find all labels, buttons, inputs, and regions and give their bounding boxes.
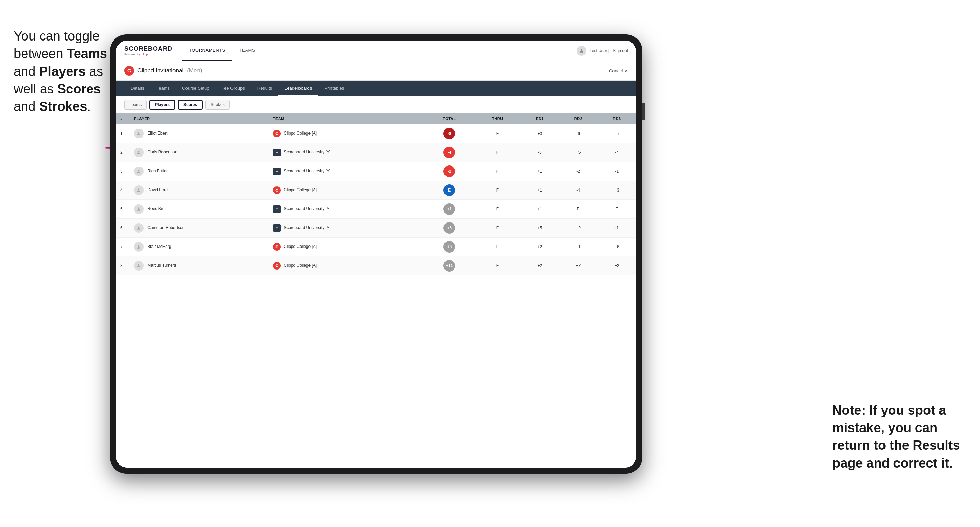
logo-area: SCOREBOARD Powered by clippd — [124, 45, 172, 56]
cell-rd3: -4 — [598, 143, 636, 162]
col-team: TEAM — [269, 113, 424, 124]
leaderboard-table: # PLAYER TEAM TOTAL THRU RD1 RD2 RD3 1 E — [116, 113, 636, 468]
cell-total: +1 — [424, 200, 475, 219]
subnav-course-setup[interactable]: Course Setup — [176, 81, 216, 97]
col-rd3: RD3 — [598, 113, 636, 124]
table-row: 7 Blair McHarg C Clippd College [A] +8 F… — [116, 238, 636, 256]
toggle-scores[interactable]: Scores — [178, 100, 203, 110]
cell-rd2: +2 — [559, 219, 598, 238]
team-logo: C — [273, 243, 281, 251]
tournament-title: C Clippd Invitational (Men) — [124, 66, 202, 76]
nav-tab-teams[interactable]: TEAMS — [232, 41, 262, 61]
cell-rd1: +3 — [520, 124, 559, 143]
svg-point-9 — [138, 264, 140, 266]
score-badge: E — [444, 184, 455, 196]
cell-rd2: -4 — [559, 181, 598, 200]
cell-player: Rees Britt — [130, 200, 269, 219]
team-logo: C — [273, 262, 281, 270]
nav-tab-tournaments[interactable]: TOURNAMENTS — [182, 41, 232, 61]
cell-rd2: +7 — [559, 256, 598, 275]
cell-rd2: -6 — [559, 124, 598, 143]
cell-rank: 1 — [116, 124, 130, 143]
cell-player: David Ford — [130, 181, 269, 200]
svg-point-4 — [138, 170, 140, 171]
tournament-name: Clippd Invitational — [137, 67, 183, 74]
cell-team: C Clippd College [A] — [269, 256, 424, 275]
toggle-players[interactable]: Players — [150, 100, 175, 110]
score-badge: -2 — [444, 165, 455, 177]
team-logo: ≡ — [273, 149, 281, 156]
cell-team: ≡ Scoreboard University [A] — [269, 219, 424, 238]
score-badge: +11 — [444, 260, 455, 271]
toggle-strokes[interactable]: Strokes — [205, 100, 230, 110]
player-avatar — [134, 242, 143, 252]
col-rd2: RD2 — [559, 113, 598, 124]
cell-rd1: +1 — [520, 200, 559, 219]
app-header: SCOREBOARD Powered by clippd TOURNAMENTS… — [116, 41, 636, 61]
cell-team: ≡ Scoreboard University [A] — [269, 162, 424, 181]
player-avatar — [134, 261, 143, 271]
cell-rank: 7 — [116, 238, 130, 256]
cell-total: -4 — [424, 143, 475, 162]
player-avatar — [134, 186, 143, 195]
cell-rd1: +1 — [520, 181, 559, 200]
score-badge: -4 — [444, 147, 455, 158]
header-right: Test User | Sign out — [577, 46, 628, 56]
cell-total: +8 — [424, 238, 475, 256]
cell-player: Blair McHarg — [130, 238, 269, 256]
col-rank: # — [116, 113, 130, 124]
left-annotation: You can toggle between Teams and Players… — [14, 27, 113, 115]
subnav-details[interactable]: Details — [124, 81, 150, 97]
subnav-tee-groups[interactable]: Tee Groups — [216, 81, 251, 97]
tablet-screen: SCOREBOARD Powered by clippd TOURNAMENTS… — [116, 41, 636, 468]
cancel-button[interactable]: Cancel ✕ — [609, 68, 628, 73]
players-table: # PLAYER TEAM TOTAL THRU RD1 RD2 RD3 1 E — [116, 113, 636, 275]
toggle-teams[interactable]: Teams — [124, 100, 147, 110]
cell-rank: 3 — [116, 162, 130, 181]
table-row: 6 Cameron Robertson ≡ Scoreboard Univers… — [116, 219, 636, 238]
tablet-side-button — [642, 103, 645, 120]
tournament-header: C Clippd Invitational (Men) Cancel ✕ — [116, 61, 636, 81]
tournament-logo: C — [124, 66, 134, 76]
cell-team: ≡ Scoreboard University [A] — [269, 200, 424, 219]
subnav-leaderboards[interactable]: Leaderboards — [278, 81, 318, 97]
player-avatar — [134, 223, 143, 233]
cell-rd1: +1 — [520, 162, 559, 181]
player-avatar — [134, 129, 143, 138]
cell-rd3: -1 — [598, 219, 636, 238]
cell-rd2: +5 — [559, 143, 598, 162]
col-player: PLAYER — [130, 113, 269, 124]
table-row: 3 Rich Butler ≡ Scoreboard University [A… — [116, 162, 636, 181]
sign-out-link[interactable]: Sign out — [613, 48, 628, 53]
col-thru: THRU — [475, 113, 521, 124]
tablet-frame: SCOREBOARD Powered by clippd TOURNAMENTS… — [110, 34, 642, 474]
subnav-printables[interactable]: Printables — [318, 81, 350, 97]
cell-player: Rich Butler — [130, 162, 269, 181]
svg-point-7 — [138, 226, 140, 228]
cell-player: Elliot Ebert — [130, 124, 269, 143]
main-nav: TOURNAMENTS TEAMS — [182, 41, 577, 61]
cell-thru: F — [475, 162, 521, 181]
cell-total: +6 — [424, 219, 475, 238]
team-logo: C — [273, 130, 281, 137]
player-avatar — [134, 167, 143, 176]
subnav-teams[interactable]: Teams — [150, 81, 176, 97]
svg-point-2 — [138, 132, 140, 133]
subnav-results[interactable]: Results — [251, 81, 278, 97]
table-row: 5 Rees Britt ≡ Scoreboard University [A]… — [116, 200, 636, 219]
svg-point-3 — [138, 151, 140, 152]
table-row: 8 Marcus Turners C Clippd College [A] +1… — [116, 256, 636, 275]
team-logo: ≡ — [273, 224, 281, 232]
table-row: 4 David Ford C Clippd College [A] E F +1… — [116, 181, 636, 200]
user-label: Test User | — [590, 48, 609, 53]
cell-team: C Clippd College [A] — [269, 181, 424, 200]
cell-thru: F — [475, 143, 521, 162]
player-avatar — [134, 204, 143, 214]
right-annotation: Note: If you spot a mistake, you can ret… — [832, 402, 963, 472]
player-avatar — [134, 148, 143, 157]
svg-point-5 — [138, 189, 140, 190]
cell-rd3: +6 — [598, 238, 636, 256]
user-avatar — [577, 46, 586, 56]
cell-rd2: +1 — [559, 238, 598, 256]
cell-rd2: E — [559, 200, 598, 219]
